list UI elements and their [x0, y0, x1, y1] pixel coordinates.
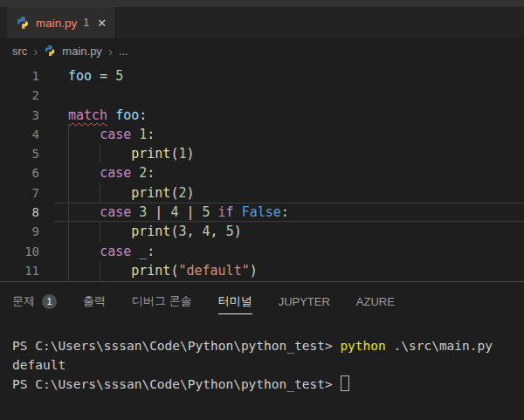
line-number[interactable]: 8	[0, 203, 59, 222]
code-token: :	[281, 204, 289, 220]
panel-tab-AZURE[interactable]: AZURE	[356, 288, 395, 314]
line-number[interactable]: 7	[0, 183, 59, 203]
code-token: 4	[203, 224, 210, 239]
code-line[interactable]: 3match foo:	[0, 106, 524, 125]
code-token: :	[147, 165, 155, 181]
indent-guide	[100, 261, 100, 280]
code-line[interactable]: 8 case 3 | 4 | 5 if False:	[0, 203, 524, 222]
panel-tab-문제[interactable]: 문제1	[12, 288, 57, 314]
code-token	[131, 204, 139, 220]
code-token: case	[100, 165, 131, 181]
code-token: case	[100, 127, 131, 142]
code-token: =	[92, 68, 115, 84]
code-token: ,	[186, 224, 202, 239]
code-token: "default"	[178, 263, 249, 279]
code-token: PS C:\Users\sssan\Code\Python\python_tes…	[12, 377, 340, 391]
panel-tab-출력[interactable]: 출력	[83, 288, 106, 314]
code-token: python	[340, 339, 385, 353]
breadcrumb-folder[interactable]: src	[12, 45, 27, 58]
code-token	[234, 204, 242, 220]
line-number[interactable]: 2	[0, 86, 59, 105]
code-token: print	[131, 263, 170, 279]
code-token	[131, 127, 139, 142]
panel-tab-터미널[interactable]: 터미널	[218, 288, 252, 314]
code-line[interactable]: 10 case _:	[0, 242, 524, 261]
code-token: print	[131, 224, 170, 239]
line-number[interactable]: 10	[0, 242, 59, 261]
close-icon[interactable]: ✕	[97, 17, 107, 30]
code-token	[68, 204, 100, 220]
code-token	[131, 165, 139, 181]
code-token: |	[178, 204, 202, 220]
line-number[interactable]: 1	[0, 66, 59, 86]
indent-guide	[68, 222, 69, 241]
code-token: :	[147, 127, 155, 142]
code-text: print(3, 4, 5)	[59, 222, 524, 241]
terminal-line: PS C:\Users\sssan\Code\Python\python_tes…	[12, 375, 524, 394]
code-line[interactable]: 1foo = 5	[0, 66, 524, 86]
code-token: default	[12, 358, 66, 372]
code-token: foo	[115, 107, 139, 123]
indent-guide	[100, 222, 100, 241]
code-token: 5	[203, 204, 210, 220]
panel-tab-label: JUPYTER	[279, 295, 330, 308]
code-line[interactable]: 4 case 1:	[0, 125, 524, 144]
line-number[interactable]: 9	[0, 222, 59, 241]
indent-guide	[68, 125, 69, 144]
panel-tab-JUPYTER[interactable]: JUPYTER	[279, 288, 330, 314]
indent-guide	[68, 144, 69, 163]
code-editor[interactable]: 1foo = 523match foo:4 case 1:5 print(1)6…	[0, 63, 524, 281]
code-line[interactable]: 5 print(1)	[0, 144, 524, 163]
code-text: print(2)	[59, 183, 524, 203]
code-token: )	[234, 224, 242, 239]
code-line[interactable]: 9 print(3, 4, 5)	[0, 222, 524, 241]
code-token: .\src\main.py	[386, 339, 493, 353]
indent-guide	[68, 183, 69, 203]
code-token: False	[242, 204, 281, 220]
panel-tab-label: 문제	[12, 293, 35, 309]
code-line[interactable]: 6 case 2:	[0, 163, 524, 182]
terminal-line: PS C:\Users\sssan\Code\Python\python_tes…	[12, 336, 524, 355]
code-text: case 3 | 4 | 5 if False:	[59, 203, 524, 222]
code-token: print	[131, 146, 170, 162]
code-line[interactable]: 7 print(2)	[0, 183, 524, 203]
line-number[interactable]: 5	[0, 144, 59, 163]
panel-tab-label: 출력	[83, 293, 106, 309]
code-token: match	[68, 107, 107, 123]
breadcrumb: src › main.py › ...	[0, 38, 524, 63]
line-number[interactable]: 11	[0, 261, 59, 280]
code-token: ,	[210, 224, 226, 239]
problems-count-badge: 1	[42, 294, 57, 309]
line-number[interactable]: 3	[0, 106, 59, 125]
tab-filename: main.py	[36, 17, 77, 30]
code-text: print(1)	[59, 144, 524, 163]
breadcrumb-file[interactable]: main.py	[62, 45, 102, 58]
code-text: print("default")	[59, 261, 524, 280]
terminal-cursor	[341, 375, 349, 391]
code-token: 5	[226, 224, 234, 239]
code-line[interactable]: 11 print("default")	[0, 261, 524, 280]
line-number[interactable]: 6	[0, 163, 59, 182]
panel-tab-디버그 콘솔[interactable]: 디버그 콘솔	[132, 288, 192, 314]
code-line[interactable]: 2	[0, 86, 524, 105]
panel-tab-label: 디버그 콘솔	[132, 293, 192, 309]
terminal[interactable]: PS C:\Users\sssan\Code\Python\python_tes…	[0, 336, 524, 420]
code-token	[68, 127, 100, 142]
tab-main-py[interactable]: main.py 1 ✕	[7, 7, 116, 38]
panel-tab-bar: 문제1출력디버그 콘솔터미널JUPYTERAZURE	[0, 282, 524, 320]
vscode-window: { "colors": { "editor_bg": "#1e1e1e", "t…	[0, 0, 524, 420]
code-token: 5	[115, 68, 123, 84]
bottom-panel: 문제1출력디버그 콘솔터미널JUPYTERAZURE PS C:\Users\s…	[0, 281, 524, 420]
breadcrumb-symbol[interactable]: ...	[119, 45, 128, 58]
code-text: foo = 5	[59, 66, 524, 86]
code-token: _	[139, 244, 147, 259]
python-icon	[16, 16, 30, 30]
chevron-right-icon: ›	[33, 45, 38, 58]
code-token	[131, 244, 139, 259]
indent-guide	[100, 183, 100, 203]
code-text: case 2:	[59, 163, 524, 182]
editor-tab-bar: main.py 1 ✕	[0, 7, 524, 38]
python-icon	[44, 45, 56, 57]
code-token: case	[100, 204, 131, 220]
line-number[interactable]: 4	[0, 125, 59, 144]
